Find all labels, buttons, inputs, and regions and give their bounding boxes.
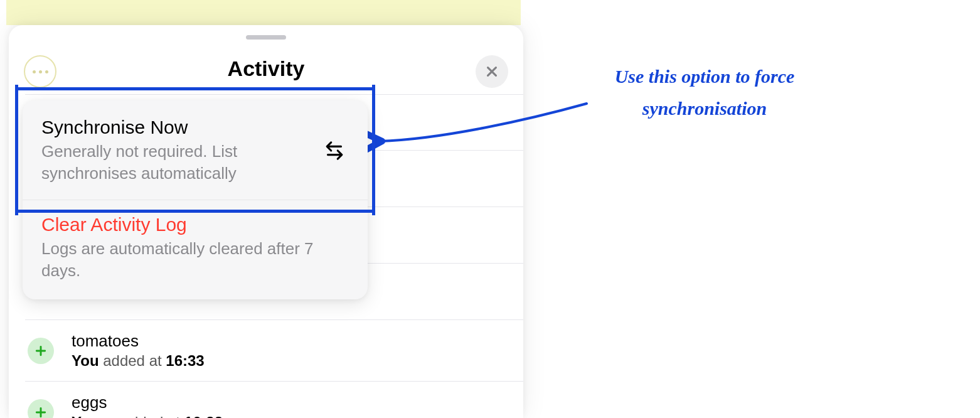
activity-item-meta: You added at 16:33 (72, 352, 205, 370)
annotation-text: Use this option to force synchronisation (589, 60, 821, 124)
activity-item-meta: You re-added at 16:33 (72, 414, 223, 418)
activity-text: eggs You re-added at 16:33 (72, 393, 223, 418)
menu-item-title: Clear Activity Log (41, 214, 349, 235)
activity-text: tomatoes You added at 16:33 (72, 331, 205, 370)
activity-item-name: eggs (72, 393, 223, 412)
ellipsis-icon (33, 70, 48, 73)
more-button[interactable] (24, 55, 56, 88)
context-menu-popover: Synchronise Now Generally not required. … (23, 100, 368, 299)
plus-icon (35, 406, 47, 419)
added-badge (28, 399, 54, 419)
sheet-title: Activity (228, 56, 305, 81)
activity-verb: re-added at (103, 414, 180, 418)
menu-item-subtitle: Generally not required. List synchronise… (41, 141, 307, 185)
activity-item-name: tomatoes (72, 331, 205, 351)
added-badge (28, 338, 54, 364)
menu-item-subtitle: Logs are automatically cleared after 7 d… (41, 238, 349, 282)
menu-item-synchronise-now[interactable]: Synchronise Now Generally not required. … (23, 103, 368, 200)
activity-actor: You (72, 352, 99, 369)
activity-verb: added at (103, 352, 161, 369)
menu-item-title: Synchronise Now (41, 117, 307, 138)
activity-time: 16:33 (184, 414, 223, 418)
activity-sheet: Activity tomatoes You added at 16:33 (9, 25, 523, 418)
activity-row: tomatoes You added at 16:33 (25, 320, 523, 382)
menu-item-clear-activity-log[interactable]: Clear Activity Log Logs are automaticall… (23, 200, 368, 297)
activity-actor: You (72, 414, 99, 418)
background-strip (6, 0, 521, 25)
sheet-header: Activity (9, 25, 523, 94)
plus-icon (35, 345, 47, 357)
close-button[interactable] (476, 55, 508, 88)
activity-time: 16:33 (166, 352, 204, 369)
close-icon (485, 65, 499, 78)
sync-arrows-icon (320, 136, 349, 165)
activity-row: eggs You re-added at 16:33 (25, 382, 523, 418)
